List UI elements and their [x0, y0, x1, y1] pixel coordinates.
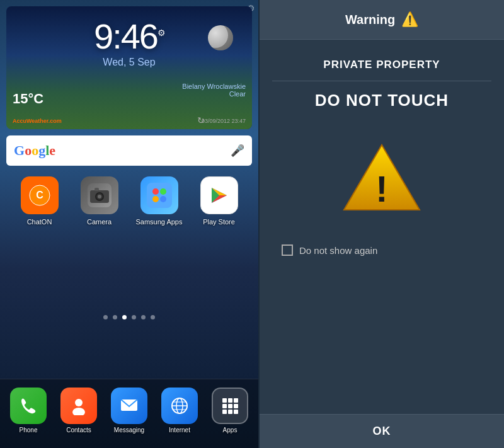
- apps-icon: [212, 388, 248, 424]
- svg-point-10: [160, 188, 166, 195]
- internet-label: Internet: [169, 427, 190, 434]
- play-store-icon: [200, 176, 238, 214]
- phone-icon: [10, 388, 47, 424]
- do-not-show-row: Do not show again: [282, 244, 377, 256]
- dock-messaging[interactable]: Messaging: [106, 388, 152, 434]
- svg-rect-24: [234, 398, 238, 403]
- ok-button[interactable]: OK: [270, 425, 494, 438]
- dock-internet[interactable]: Internet: [157, 388, 202, 434]
- app-play-store[interactable]: Play Store: [194, 176, 244, 226]
- accuweather-label: AccuWeather.com: [13, 118, 62, 124]
- weather-widget: 9:46⚙ Wed, 5 Sep 15°C Bielany Wroclawski…: [6, 6, 252, 129]
- moon-icon: [208, 25, 233, 50]
- svg-rect-23: [228, 398, 232, 403]
- svg-rect-28: [222, 410, 227, 414]
- page-dot-active: [122, 315, 127, 319]
- svg-rect-30: [234, 410, 238, 414]
- bottom-dock: Phone Contacts Messaging: [0, 379, 258, 448]
- svg-point-12: [160, 196, 166, 202]
- app-chaton[interactable]: C ChatON: [14, 176, 65, 226]
- temperature-display: 15°C: [13, 91, 43, 107]
- svg-rect-25: [222, 404, 227, 408]
- chaton-label: ChatON: [27, 218, 52, 226]
- svg-rect-26: [228, 404, 232, 408]
- chaton-icon: C: [21, 176, 59, 214]
- do-not-touch-text: DO NOT TOUCH: [315, 91, 449, 110]
- camera-label: Camera: [87, 218, 112, 226]
- time-display: 9:46: [94, 16, 158, 56]
- samsung-apps-icon: [140, 176, 178, 214]
- warning-triangle-large: !: [341, 142, 423, 213]
- weather-date: Wed, 5 Sep: [6, 57, 252, 68]
- warning-body: PRIVATE PROPERTY DO NOT TOUCH ! Do not s…: [260, 40, 504, 414]
- svg-rect-7: [94, 188, 99, 191]
- page-dots: [0, 315, 258, 319]
- google-logo: Google: [14, 142, 55, 159]
- microphone-icon[interactable]: 🎤: [231, 144, 244, 158]
- phone-label: Phone: [20, 427, 38, 434]
- private-property-text: PRIVATE PROPERTY: [323, 59, 440, 71]
- do-not-show-label: Do not show again: [299, 245, 377, 256]
- svg-point-6: [98, 195, 101, 198]
- settings-small-icon: ⚙: [158, 28, 164, 38]
- svg-text:!: !: [375, 168, 387, 209]
- google-search-bar[interactable]: Google 🎤: [6, 135, 252, 166]
- app-samsung-apps[interactable]: Samsung Apps: [134, 176, 185, 226]
- ok-button-bar: OK: [260, 414, 504, 448]
- weather-datetime: 03/09/2012 23:47: [202, 118, 246, 124]
- svg-point-11: [152, 196, 159, 202]
- page-dot: [141, 315, 146, 319]
- page-dot: [151, 315, 155, 319]
- warning-title-bar: Warning ⚠️: [260, 0, 504, 40]
- page-dot: [132, 315, 136, 319]
- apps-grid: C ChatON: [0, 176, 258, 226]
- svg-point-9: [152, 188, 159, 195]
- svg-rect-22: [222, 398, 227, 403]
- svg-rect-27: [234, 404, 238, 408]
- dock-contacts[interactable]: Contacts: [56, 388, 101, 434]
- dock-apps[interactable]: Apps: [207, 388, 253, 434]
- do-not-show-checkbox[interactable]: [282, 244, 293, 256]
- messaging-icon: [111, 388, 147, 424]
- weather-location: Bielany Wroclawskie Clear: [182, 83, 246, 98]
- contacts-icon: [60, 388, 97, 424]
- phone-screen: ⚙ 9:46⚙ Wed, 5 Sep 15°C Bielany Wroclaws…: [0, 0, 258, 448]
- contacts-label: Contacts: [66, 427, 91, 434]
- warning-title: Warning: [345, 13, 395, 27]
- dock-phone[interactable]: Phone: [6, 388, 51, 434]
- camera-icon: [81, 176, 118, 214]
- svg-rect-8: [147, 183, 172, 208]
- svg-point-15: [72, 408, 85, 415]
- page-dot: [113, 315, 117, 319]
- internet-icon: [161, 388, 198, 424]
- app-camera[interactable]: Camera: [74, 176, 125, 226]
- warning-panel: Warning ⚠️ PRIVATE PROPERTY DO NOT TOUCH…: [258, 0, 504, 448]
- messaging-label: Messaging: [114, 427, 144, 434]
- svg-text:C: C: [36, 190, 43, 200]
- play-store-label: Play Store: [203, 218, 235, 226]
- page-dot: [103, 315, 108, 319]
- svg-rect-29: [228, 410, 232, 414]
- warning-triangle-icon: ⚠️: [401, 11, 418, 28]
- apps-label: Apps: [223, 427, 238, 434]
- samsung-apps-label: Samsung Apps: [136, 218, 183, 226]
- refresh-icon[interactable]: ↻: [197, 115, 205, 125]
- svg-point-14: [75, 399, 83, 406]
- separator: [272, 81, 491, 81]
